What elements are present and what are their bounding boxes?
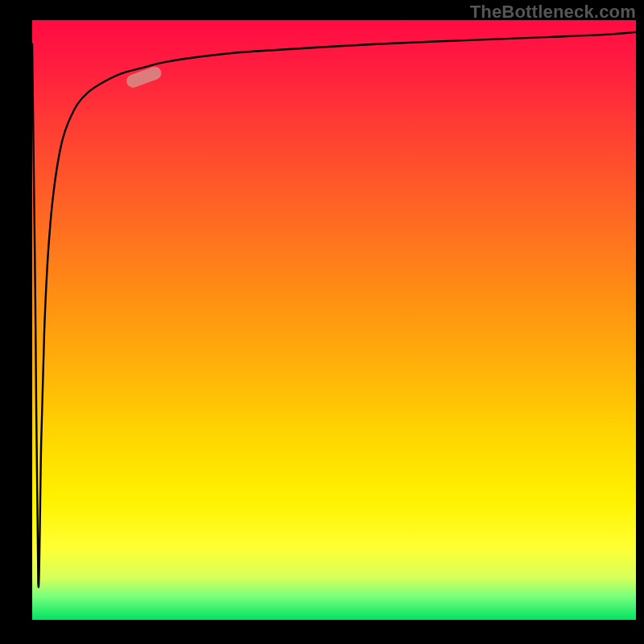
watermark-text: TheBottleneck.com bbox=[470, 2, 636, 23]
chart-frame: TheBottleneck.com bbox=[0, 0, 644, 644]
bottleneck-curve bbox=[32, 32, 636, 587]
svg-rect-0 bbox=[125, 64, 163, 89]
curve-layer bbox=[32, 20, 636, 620]
highlight-marker bbox=[125, 64, 163, 89]
plot-area bbox=[32, 20, 636, 620]
